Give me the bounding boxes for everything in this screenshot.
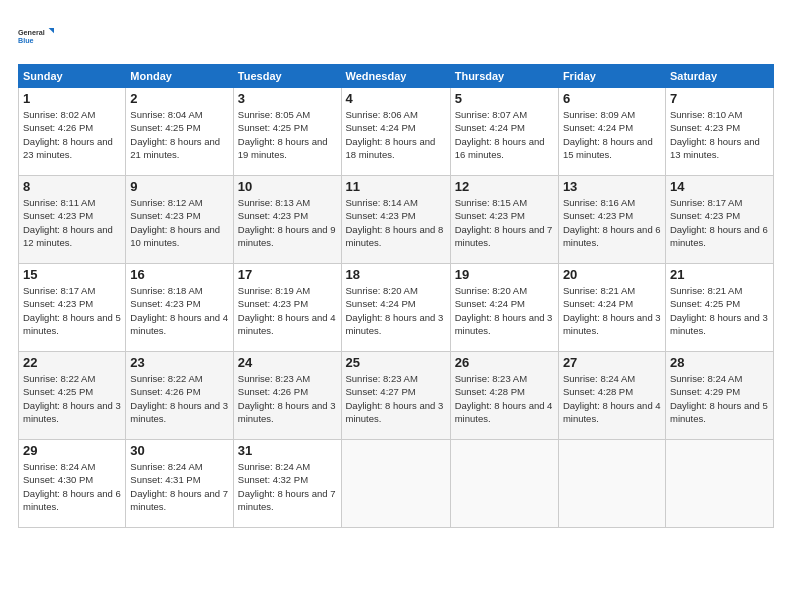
day-number: 15 (23, 267, 121, 282)
day-number: 12 (455, 179, 554, 194)
day-info: Sunrise: 8:14 AM Sunset: 4:23 PM Dayligh… (346, 196, 446, 249)
weekday-header: Sunday (19, 65, 126, 88)
day-info: Sunrise: 8:13 AM Sunset: 4:23 PM Dayligh… (238, 196, 337, 249)
day-info: Sunrise: 8:23 AM Sunset: 4:27 PM Dayligh… (346, 372, 446, 425)
weekday-header: Monday (126, 65, 233, 88)
calendar-cell: 23Sunrise: 8:22 AM Sunset: 4:26 PM Dayli… (126, 352, 233, 440)
day-number: 6 (563, 91, 661, 106)
day-info: Sunrise: 8:09 AM Sunset: 4:24 PM Dayligh… (563, 108, 661, 161)
day-number: 3 (238, 91, 337, 106)
calendar-week-row: 15Sunrise: 8:17 AM Sunset: 4:23 PM Dayli… (19, 264, 774, 352)
calendar-cell: 11Sunrise: 8:14 AM Sunset: 4:23 PM Dayli… (341, 176, 450, 264)
day-info: Sunrise: 8:24 AM Sunset: 4:29 PM Dayligh… (670, 372, 769, 425)
day-info: Sunrise: 8:24 AM Sunset: 4:30 PM Dayligh… (23, 460, 121, 513)
day-info: Sunrise: 8:22 AM Sunset: 4:25 PM Dayligh… (23, 372, 121, 425)
calendar-cell: 31Sunrise: 8:24 AM Sunset: 4:32 PM Dayli… (233, 440, 341, 528)
day-number: 20 (563, 267, 661, 282)
day-info: Sunrise: 8:24 AM Sunset: 4:32 PM Dayligh… (238, 460, 337, 513)
svg-text:Blue: Blue (18, 36, 34, 45)
page-header: General Blue (18, 18, 774, 54)
calendar-cell: 21Sunrise: 8:21 AM Sunset: 4:25 PM Dayli… (665, 264, 773, 352)
calendar-cell: 13Sunrise: 8:16 AM Sunset: 4:23 PM Dayli… (558, 176, 665, 264)
day-info: Sunrise: 8:15 AM Sunset: 4:23 PM Dayligh… (455, 196, 554, 249)
calendar-cell: 20Sunrise: 8:21 AM Sunset: 4:24 PM Dayli… (558, 264, 665, 352)
calendar-cell: 17Sunrise: 8:19 AM Sunset: 4:23 PM Dayli… (233, 264, 341, 352)
weekday-header: Thursday (450, 65, 558, 88)
day-info: Sunrise: 8:22 AM Sunset: 4:26 PM Dayligh… (130, 372, 228, 425)
calendar-week-row: 22Sunrise: 8:22 AM Sunset: 4:25 PM Dayli… (19, 352, 774, 440)
day-number: 23 (130, 355, 228, 370)
day-number: 2 (130, 91, 228, 106)
calendar-cell: 6Sunrise: 8:09 AM Sunset: 4:24 PM Daylig… (558, 88, 665, 176)
day-number: 9 (130, 179, 228, 194)
day-info: Sunrise: 8:19 AM Sunset: 4:23 PM Dayligh… (238, 284, 337, 337)
day-number: 7 (670, 91, 769, 106)
logo-icon: General Blue (18, 18, 54, 54)
day-number: 8 (23, 179, 121, 194)
day-info: Sunrise: 8:11 AM Sunset: 4:23 PM Dayligh… (23, 196, 121, 249)
calendar-page: General Blue SundayMondayTuesdayWednesda… (0, 0, 792, 612)
day-number: 14 (670, 179, 769, 194)
day-number: 17 (238, 267, 337, 282)
calendar-cell: 15Sunrise: 8:17 AM Sunset: 4:23 PM Dayli… (19, 264, 126, 352)
calendar-cell: 25Sunrise: 8:23 AM Sunset: 4:27 PM Dayli… (341, 352, 450, 440)
day-info: Sunrise: 8:12 AM Sunset: 4:23 PM Dayligh… (130, 196, 228, 249)
day-number: 30 (130, 443, 228, 458)
calendar-cell: 27Sunrise: 8:24 AM Sunset: 4:28 PM Dayli… (558, 352, 665, 440)
day-number: 5 (455, 91, 554, 106)
day-info: Sunrise: 8:10 AM Sunset: 4:23 PM Dayligh… (670, 108, 769, 161)
day-info: Sunrise: 8:06 AM Sunset: 4:24 PM Dayligh… (346, 108, 446, 161)
logo: General Blue (18, 18, 54, 54)
calendar-cell: 22Sunrise: 8:22 AM Sunset: 4:25 PM Dayli… (19, 352, 126, 440)
calendar-cell: 2Sunrise: 8:04 AM Sunset: 4:25 PM Daylig… (126, 88, 233, 176)
weekday-header: Wednesday (341, 65, 450, 88)
day-number: 19 (455, 267, 554, 282)
calendar-cell: 18Sunrise: 8:20 AM Sunset: 4:24 PM Dayli… (341, 264, 450, 352)
calendar-week-row: 29Sunrise: 8:24 AM Sunset: 4:30 PM Dayli… (19, 440, 774, 528)
calendar-cell: 14Sunrise: 8:17 AM Sunset: 4:23 PM Dayli… (665, 176, 773, 264)
day-info: Sunrise: 8:21 AM Sunset: 4:24 PM Dayligh… (563, 284, 661, 337)
day-number: 18 (346, 267, 446, 282)
day-number: 22 (23, 355, 121, 370)
day-number: 31 (238, 443, 337, 458)
calendar-cell (341, 440, 450, 528)
calendar-cell: 3Sunrise: 8:05 AM Sunset: 4:25 PM Daylig… (233, 88, 341, 176)
calendar-week-row: 8Sunrise: 8:11 AM Sunset: 4:23 PM Daylig… (19, 176, 774, 264)
calendar-cell: 10Sunrise: 8:13 AM Sunset: 4:23 PM Dayli… (233, 176, 341, 264)
weekday-header: Tuesday (233, 65, 341, 88)
day-number: 11 (346, 179, 446, 194)
day-info: Sunrise: 8:24 AM Sunset: 4:28 PM Dayligh… (563, 372, 661, 425)
weekday-header: Friday (558, 65, 665, 88)
day-info: Sunrise: 8:21 AM Sunset: 4:25 PM Dayligh… (670, 284, 769, 337)
day-number: 1 (23, 91, 121, 106)
day-number: 25 (346, 355, 446, 370)
day-number: 4 (346, 91, 446, 106)
weekday-header-row: SundayMondayTuesdayWednesdayThursdayFrid… (19, 65, 774, 88)
calendar-body: 1Sunrise: 8:02 AM Sunset: 4:26 PM Daylig… (19, 88, 774, 528)
calendar-cell: 5Sunrise: 8:07 AM Sunset: 4:24 PM Daylig… (450, 88, 558, 176)
day-info: Sunrise: 8:04 AM Sunset: 4:25 PM Dayligh… (130, 108, 228, 161)
day-info: Sunrise: 8:07 AM Sunset: 4:24 PM Dayligh… (455, 108, 554, 161)
day-info: Sunrise: 8:20 AM Sunset: 4:24 PM Dayligh… (455, 284, 554, 337)
day-number: 24 (238, 355, 337, 370)
day-number: 29 (23, 443, 121, 458)
day-number: 26 (455, 355, 554, 370)
calendar-cell: 1Sunrise: 8:02 AM Sunset: 4:26 PM Daylig… (19, 88, 126, 176)
calendar-cell: 24Sunrise: 8:23 AM Sunset: 4:26 PM Dayli… (233, 352, 341, 440)
day-info: Sunrise: 8:24 AM Sunset: 4:31 PM Dayligh… (130, 460, 228, 513)
calendar-cell: 4Sunrise: 8:06 AM Sunset: 4:24 PM Daylig… (341, 88, 450, 176)
day-info: Sunrise: 8:02 AM Sunset: 4:26 PM Dayligh… (23, 108, 121, 161)
calendar-cell: 30Sunrise: 8:24 AM Sunset: 4:31 PM Dayli… (126, 440, 233, 528)
day-info: Sunrise: 8:17 AM Sunset: 4:23 PM Dayligh… (23, 284, 121, 337)
calendar-table: SundayMondayTuesdayWednesdayThursdayFrid… (18, 64, 774, 528)
calendar-cell: 8Sunrise: 8:11 AM Sunset: 4:23 PM Daylig… (19, 176, 126, 264)
svg-marker-2 (49, 28, 54, 33)
calendar-cell: 26Sunrise: 8:23 AM Sunset: 4:28 PM Dayli… (450, 352, 558, 440)
day-number: 13 (563, 179, 661, 194)
day-number: 10 (238, 179, 337, 194)
calendar-cell: 12Sunrise: 8:15 AM Sunset: 4:23 PM Dayli… (450, 176, 558, 264)
day-number: 16 (130, 267, 228, 282)
day-info: Sunrise: 8:17 AM Sunset: 4:23 PM Dayligh… (670, 196, 769, 249)
day-info: Sunrise: 8:05 AM Sunset: 4:25 PM Dayligh… (238, 108, 337, 161)
day-number: 28 (670, 355, 769, 370)
